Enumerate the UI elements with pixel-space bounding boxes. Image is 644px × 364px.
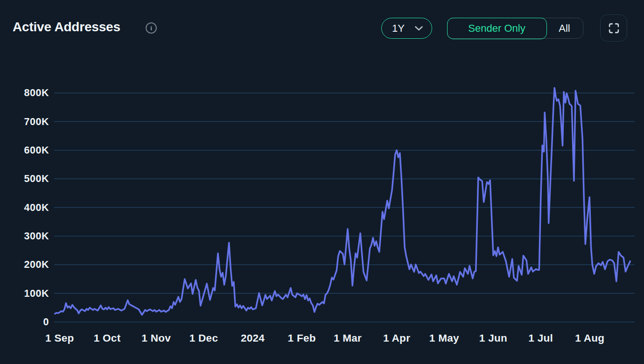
x-axis-label: 1 Jul bbox=[518, 331, 564, 345]
y-axis-label: 400K bbox=[0, 202, 49, 214]
chevron-down-icon bbox=[414, 26, 423, 31]
y-axis-label: 800K bbox=[0, 87, 49, 99]
y-axis-label: 300K bbox=[0, 230, 49, 242]
fullscreen-icon bbox=[608, 22, 620, 34]
x-axis-label: 1 Nov bbox=[133, 331, 180, 345]
time-range-value: 1Y bbox=[392, 22, 405, 35]
y-axis-label: 700K bbox=[0, 116, 49, 128]
x-axis-label: 1 Apr bbox=[373, 331, 420, 345]
x-axis-label: 2024 bbox=[230, 331, 276, 345]
panel-header: Active Addresses i 1Y Sender Only All bbox=[0, 0, 644, 51]
x-axis-label: 1 Oct bbox=[84, 331, 131, 345]
y-axis-label: 100K bbox=[0, 287, 49, 300]
mode-toggle-sender-only[interactable]: Sender Only bbox=[447, 18, 547, 39]
x-axis-label: 1 Sep bbox=[36, 331, 83, 345]
page-title: Active Addresses bbox=[13, 20, 120, 35]
x-axis-label: 1 Jun bbox=[470, 331, 517, 345]
y-axis-label: 600K bbox=[0, 144, 49, 156]
x-axis-label: 1 Dec bbox=[180, 331, 227, 345]
x-axis-label: 1 Mar bbox=[324, 331, 371, 345]
fullscreen-button[interactable] bbox=[600, 14, 627, 42]
active-addresses-chart: 0100K200K300K400K500K600K700K800K 1 Sep1… bbox=[0, 0, 644, 364]
x-axis-label: 1 May bbox=[421, 331, 468, 345]
chart-plot-area[interactable] bbox=[54, 70, 635, 324]
mode-toggle: Sender Only All bbox=[447, 18, 583, 39]
y-axis-label: 0 bbox=[0, 316, 49, 328]
y-axis-label: 200K bbox=[0, 259, 49, 271]
y-axis-label: 500K bbox=[0, 173, 49, 185]
info-icon[interactable]: i bbox=[146, 22, 157, 34]
x-axis-label: 1 Aug bbox=[567, 331, 613, 345]
x-axis-label: 1 Feb bbox=[279, 331, 325, 345]
mode-toggle-all[interactable]: All bbox=[546, 18, 583, 38]
time-range-dropdown[interactable]: 1Y bbox=[381, 18, 432, 39]
